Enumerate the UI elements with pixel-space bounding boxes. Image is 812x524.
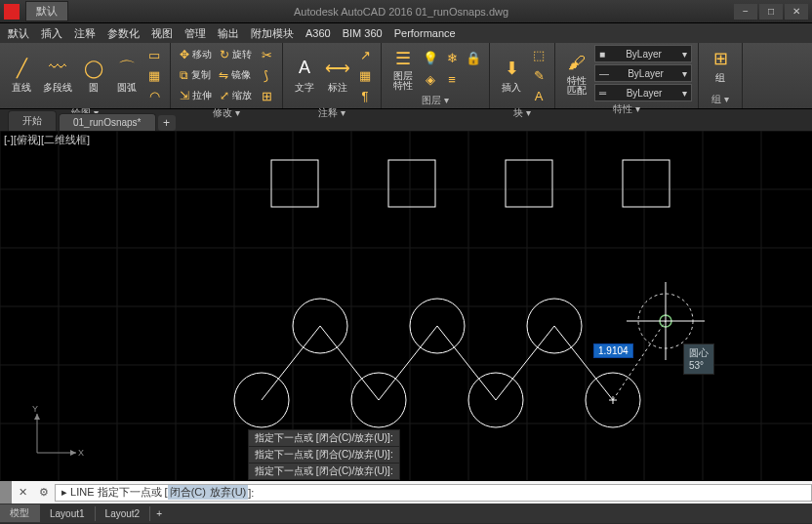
view-label[interactable]: [-][俯视][二维线框] [4,133,90,147]
maximize-button[interactable]: □ [759,4,783,20]
trim-button[interactable]: ✂ [257,45,276,64]
line-icon: ╱ [10,57,33,80]
menu-annotate[interactable]: 注释 [74,26,96,41]
panel-label: 组 ▾ [705,92,736,106]
command-history: 指定下一点或 [闭合(C)/放弃(U)]: 指定下一点或 [闭合(C)/放弃(U… [248,430,400,480]
layer-props-button[interactable]: ☰图层 特性 [387,45,419,93]
cmdline-handle[interactable] [0,481,12,504]
circle-button[interactable]: ◯圆 [78,55,109,97]
layer-freeze-button[interactable]: ❄ [442,49,462,68]
menu-manage[interactable]: 管理 [184,26,206,41]
drawing-canvas[interactable]: [-][俯视][二维线框] 1.9104 圆心53° 指定下一点或 [闭合(C)… [0,131,812,480]
panel-label: 注释 ▾ [289,105,375,120]
ribbon-panel-properties: 🖌特性 匹配 ■ByLayer▾ —ByLayer▾ ═ByLayer▾ 特性 … [555,43,699,108]
ucs-icon: XY [27,404,86,463]
rotate-button[interactable]: ↻旋转 [217,47,255,63]
line-button[interactable]: ╱直线 [6,55,37,97]
menu-a360[interactable]: A360 [305,27,331,39]
model-tab[interactable]: 模型 [0,504,40,522]
rect-button[interactable]: ▭ [144,45,164,64]
menu-insert[interactable]: 插入 [41,26,62,41]
dimension-button[interactable]: ⟷标注 [322,55,353,97]
menu-output[interactable]: 输出 [218,26,239,41]
titlebar: 默认 Autodesk AutoCAD 2016 01_runOsnaps.dw… [0,0,812,23]
text-button[interactable]: A文字 [289,55,320,97]
scale-icon: ⤢ [220,89,229,102]
svg-text:X: X [78,448,84,458]
menu-default[interactable]: 默认 [8,26,29,41]
linetype-combo[interactable]: —ByLayer▾ [594,64,692,82]
text-icon: A [293,57,316,80]
matchprop-icon: 🖌 [565,52,589,75]
layout2-tab[interactable]: Layout2 [96,506,151,521]
layer-match-button[interactable]: ≡ [442,70,462,90]
menu-view[interactable]: 视图 [151,26,173,41]
menu-addins[interactable]: 附加模块 [251,26,294,41]
rotate-icon: ↻ [220,48,229,61]
move-button[interactable]: ✥移动 [177,47,215,63]
file-tab-active[interactable]: 01_runOsnaps* [59,113,156,131]
svg-marker-39 [34,414,40,420]
command-input[interactable]: ▸ LINE 指定下一点或 [ 闭合(C) 放弃(U) ]: [55,484,812,502]
lineweight-combo[interactable]: ═ByLayer▾ [594,84,692,101]
create-block-button[interactable]: ⬚ [529,45,548,64]
hatch-button[interactable]: ▦ [144,65,164,85]
attr-button[interactable]: A [529,86,548,105]
fillet-button[interactable]: ⟆ [256,65,275,85]
history-line: 指定下一点或 [闭合(C)/放弃(U)]: [248,429,400,447]
layout1-tab[interactable]: Layout1 [40,506,96,521]
table-button[interactable]: ▦ [355,65,375,85]
menubar: 默认 插入 注释 参数化 视图 管理 输出 附加模块 A360 BIM 360 … [0,23,812,43]
svg-marker-37 [70,450,76,456]
mtext-button[interactable]: ¶ [355,86,375,105]
close-button[interactable]: ✕ [785,4,808,20]
ribbon-panel-modify: ✥移动 ↻旋转 ✂ ⧉复制 ⇋镜像 ⟆ ⇲拉伸 ⤢缩放 ⊞ 修改 ▾ [171,43,283,108]
panel-label: 块 ▾ [496,105,548,120]
matchprop-button[interactable]: 🖌特性 匹配 [561,50,592,98]
copy-button[interactable]: ⧉复制 [177,67,214,84]
dim-icon: ⟷ [326,57,349,80]
history-line: 指定下一点或 [闭合(C)/放弃(U)]: [248,446,400,464]
arc-button[interactable]: ⌒圆弧 [111,55,142,97]
dynamic-distance-input[interactable]: 1.9104 [593,343,633,358]
layer-iso-button[interactable]: ◈ [421,70,440,90]
arc-icon: ⌒ [115,57,139,80]
new-tab-button[interactable]: + [158,115,176,131]
app-icon[interactable] [4,4,20,20]
layer-lock-button[interactable]: 🔒 [464,49,483,68]
menu-performance[interactable]: Performance [394,27,456,39]
svg-rect-23 [623,160,670,207]
color-combo[interactable]: ■ByLayer▾ [594,45,692,62]
layer-off-button[interactable]: 💡 [421,49,440,68]
insert-button[interactable]: ⬇插入 [496,55,527,97]
minimize-button[interactable]: − [734,4,757,20]
menu-parametric[interactable]: 参数化 [107,26,140,41]
panel-label: 图层 ▾ [387,93,483,107]
stretch-button[interactable]: ⇲拉伸 [177,88,215,104]
array-button[interactable]: ⊞ [257,86,276,105]
add-layout-button[interactable]: + [150,506,168,521]
svg-line-31 [613,321,666,400]
osnap-tooltip: 圆心53° [683,343,714,375]
title-tab[interactable]: 默认 [25,1,68,21]
move-icon: ✥ [180,48,189,61]
panel-label: 特性 ▾ [561,101,692,116]
close-cmdline-icon[interactable]: ✕ [12,483,33,503]
menu-bim360[interactable]: BIM 360 [343,27,383,39]
mirror-button[interactable]: ⇋镜像 [216,67,254,84]
layout-tabs: 模型 Layout1 Layout2 + [0,504,812,523]
group-button[interactable]: ⊞组 [705,45,736,87]
insert-icon: ⬇ [500,57,523,80]
polyline-button[interactable]: 〰多段线 [39,55,76,97]
start-tab[interactable]: 开始 [8,110,57,131]
leader-button[interactable]: ↗ [355,45,375,64]
ribbon-panel-layers: ☰图层 特性 💡 ❄ 🔒 ◈ ≡ 图层 ▾ [382,43,490,108]
ellipse-button[interactable]: ◠ [144,86,164,105]
circle-icon: ◯ [82,57,105,80]
edit-block-button[interactable]: ✎ [529,65,548,85]
command-line[interactable]: ✕ ⚙ ▸ LINE 指定下一点或 [ 闭合(C) 放弃(U) ]: [0,480,812,504]
scale-button[interactable]: ⤢缩放 [217,88,255,104]
ribbon-panel-draw: ╱直线 〰多段线 ◯圆 ⌒圆弧 ▭ ▦ ◠ 绘图 ▾ [0,43,171,108]
options-icon[interactable]: ⚙ [33,483,55,503]
mirror-icon: ⇋ [219,68,228,82]
